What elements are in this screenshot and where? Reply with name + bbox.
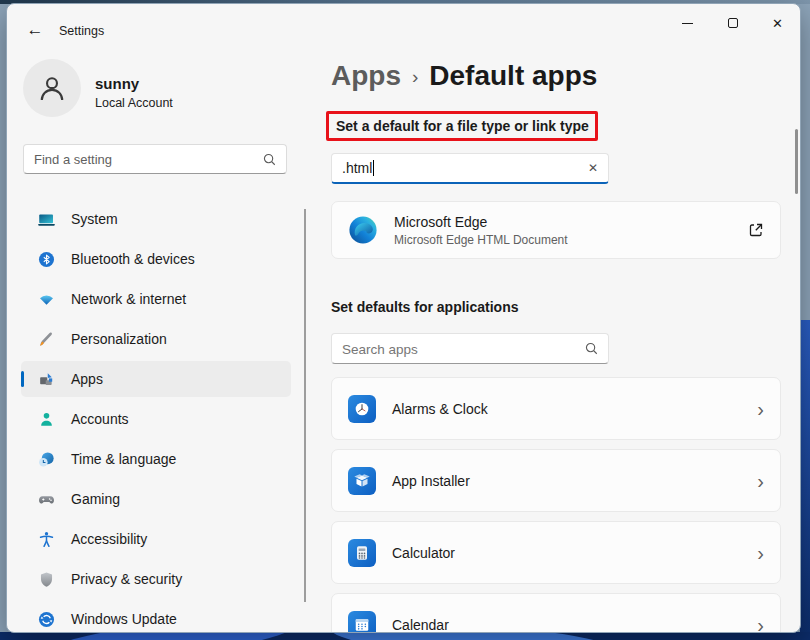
clear-search-button[interactable]: ✕ xyxy=(588,161,598,175)
sidebar-item-label: Apps xyxy=(71,371,103,387)
sidebar-item-label: Accessibility xyxy=(71,531,147,547)
sidebar-item-label: Bluetooth & devices xyxy=(71,251,195,267)
brush-icon xyxy=(37,330,56,349)
close-button[interactable]: ✕ xyxy=(755,4,800,42)
sidebar-item-bluetooth-devices[interactable]: Bluetooth & devices xyxy=(21,241,291,277)
app-row-calculator[interactable]: Calculator › xyxy=(331,521,781,584)
search-apps-input[interactable] xyxy=(342,336,572,362)
sidebar-scrollbar[interactable] xyxy=(304,209,306,602)
sidebar-nav: System Bluetooth & devices Network & int… xyxy=(21,201,291,633)
search-icon xyxy=(584,341,599,356)
settings-window: ← Settings ✕ sunny Local Account System xyxy=(6,3,801,633)
alarms-clock-icon xyxy=(348,395,376,423)
time-language-icon xyxy=(37,450,56,469)
update-icon xyxy=(37,610,56,629)
page-title: Default apps xyxy=(429,60,597,92)
sidebar-item-label: Accounts xyxy=(71,411,129,427)
sidebar-item-accessibility[interactable]: Accessibility xyxy=(21,521,291,557)
search-icon xyxy=(262,152,277,167)
window-controls: ✕ xyxy=(665,4,800,42)
maximize-icon xyxy=(728,18,738,28)
app-name: Alarms & Clock xyxy=(392,401,488,417)
find-a-setting-searchbox[interactable] xyxy=(23,144,287,174)
text-cursor xyxy=(373,160,374,176)
chevron-right-icon: › xyxy=(757,543,764,563)
bluetooth-icon xyxy=(37,250,56,269)
sidebar-item-label: Windows Update xyxy=(71,611,177,627)
sidebar-item-windows-update[interactable]: Windows Update xyxy=(21,601,291,633)
apps-section-heading: Set defaults for applications xyxy=(331,299,518,315)
main-scrollbar[interactable] xyxy=(795,129,798,194)
breadcrumb-parent[interactable]: Apps xyxy=(331,60,401,92)
sidebar-item-privacy-security[interactable]: Privacy & security xyxy=(21,561,291,597)
result-file-type: Microsoft Edge HTML Document xyxy=(394,233,568,247)
sidebar-item-label: Gaming xyxy=(71,491,120,507)
sidebar-item-apps[interactable]: Apps xyxy=(21,361,291,397)
sidebar-item-network-internet[interactable]: Network & internet xyxy=(21,281,291,317)
accessibility-icon xyxy=(37,530,56,549)
result-app-name: Microsoft Edge xyxy=(394,214,568,230)
app-installer-icon xyxy=(348,467,376,495)
sidebar-item-label: System xyxy=(71,211,118,227)
back-button[interactable]: ← xyxy=(21,18,49,42)
chevron-right-icon: › xyxy=(757,471,764,491)
breadcrumb-separator-icon: › xyxy=(412,66,418,88)
apps-icon xyxy=(37,370,56,389)
microsoft-edge-icon xyxy=(348,215,378,245)
app-row-calendar[interactable]: Calendar › xyxy=(331,593,781,633)
app-name: App Installer xyxy=(392,473,470,489)
sidebar-item-personalization[interactable]: Personalization xyxy=(21,321,291,357)
calculator-icon xyxy=(348,539,376,567)
person-icon xyxy=(35,71,69,105)
chevron-right-icon: › xyxy=(757,399,764,419)
profile-account-type: Local Account xyxy=(95,96,173,110)
calendar-icon xyxy=(348,611,376,634)
sidebar-item-accounts[interactable]: Accounts xyxy=(21,401,291,437)
minimize-button[interactable] xyxy=(665,4,710,42)
desktop-wallpaper-right xyxy=(800,320,810,640)
shield-icon xyxy=(37,570,56,589)
desktop-wallpaper-bottom xyxy=(0,632,810,640)
chevron-right-icon: › xyxy=(757,615,764,634)
sidebar-item-label: Network & internet xyxy=(71,291,186,307)
file-type-section-heading: Set a default for a file type or link ty… xyxy=(329,118,589,134)
app-row-alarms-clock[interactable]: Alarms & Clock › xyxy=(331,377,781,440)
system-icon xyxy=(37,210,56,229)
wifi-icon xyxy=(37,290,56,309)
open-external-icon[interactable] xyxy=(748,222,764,238)
breadcrumb: Apps › Default apps xyxy=(331,60,597,92)
sidebar-item-label: Time & language xyxy=(71,451,176,467)
avatar[interactable] xyxy=(23,59,81,117)
accounts-person-icon xyxy=(37,410,56,429)
sidebar-item-gaming[interactable]: Gaming xyxy=(21,481,291,517)
file-type-search-value: .html xyxy=(342,160,372,176)
file-type-search-input[interactable]: .html ✕ xyxy=(331,153,609,184)
profile-name: sunny xyxy=(95,75,139,92)
find-a-setting-input[interactable] xyxy=(34,146,254,172)
red-annotation-box: Set a default for a file type or link ty… xyxy=(326,111,598,141)
gamepad-icon xyxy=(37,490,56,509)
window-title: Settings xyxy=(59,24,104,38)
sidebar-item-time-language[interactable]: Time & language xyxy=(21,441,291,477)
search-apps-box[interactable] xyxy=(331,333,609,364)
default-app-result-row[interactable]: Microsoft Edge Microsoft Edge HTML Docum… xyxy=(331,201,781,259)
app-row-app-installer[interactable]: App Installer › xyxy=(331,449,781,512)
sidebar-item-label: Privacy & security xyxy=(71,571,182,587)
app-name: Calendar xyxy=(392,617,449,633)
back-arrow-icon: ← xyxy=(27,20,44,39)
maximize-button[interactable] xyxy=(710,4,755,42)
close-icon: ✕ xyxy=(772,16,783,31)
minimize-icon xyxy=(682,23,693,24)
sidebar-item-label: Personalization xyxy=(71,331,167,347)
selected-accent-bar xyxy=(21,371,24,387)
app-name: Calculator xyxy=(392,545,455,561)
sidebar-item-system[interactable]: System xyxy=(21,201,291,237)
